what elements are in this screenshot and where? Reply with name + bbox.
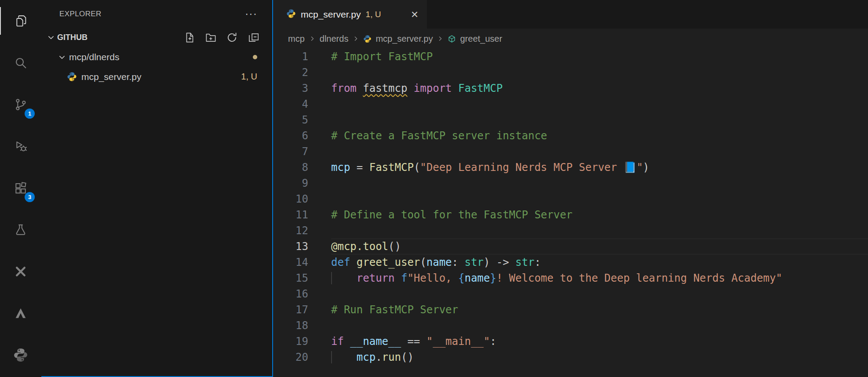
activity-bar: 1 3: [0, 0, 41, 377]
python-file-icon: [67, 72, 77, 82]
code-line[interactable]: 8mcp = FastMCP("Deep Learning Nerds MCP …: [273, 160, 868, 175]
code-line[interactable]: 6# Create a FastMCP server instance: [273, 128, 868, 144]
line-number: 7: [273, 144, 308, 160]
line-number: 17: [273, 302, 308, 318]
activity-run-debug[interactable]: [0, 125, 41, 167]
collapse-all-button[interactable]: [247, 32, 259, 44]
activity-extensions[interactable]: 3: [0, 167, 41, 209]
code-line[interactable]: 11# Define a tool for the FastMCP Server: [273, 207, 868, 223]
code-line[interactable]: 9: [273, 175, 868, 191]
source-control-icon: [14, 98, 28, 112]
tab-bar: mcp_server.py 1, U ×: [273, 0, 868, 29]
modified-dot-badge: [253, 55, 257, 59]
new-file-button[interactable]: [184, 32, 196, 44]
sidebar-header: EXPLORER ···: [41, 0, 272, 28]
file-label: mcp_server.py: [81, 72, 142, 82]
code-line[interactable]: 7: [273, 144, 868, 160]
close-icon[interactable]: ×: [411, 8, 418, 21]
code-line[interactable]: 10: [273, 191, 868, 207]
line-number: 6: [273, 128, 308, 144]
code-line[interactable]: 1# Import FastMCP: [273, 49, 868, 65]
activity-python[interactable]: [0, 334, 41, 376]
code-line[interactable]: 12: [273, 223, 868, 239]
line-number: 10: [273, 191, 308, 207]
line-number: 9: [273, 175, 308, 191]
extensions-icon: [14, 181, 28, 195]
breadcrumb-item-mcp[interactable]: mcp: [288, 34, 305, 44]
chevron-right-icon: [309, 35, 316, 42]
section-header-github[interactable]: GITHUB: [41, 28, 272, 47]
chevron-down-icon: [58, 53, 66, 62]
activity-testing[interactable]: [0, 209, 41, 250]
code-line[interactable]: 3from fastmcp import FastMCP: [273, 80, 868, 96]
explorer-sidebar: EXPLORER ··· GITHUB: [41, 0, 273, 377]
tab-problems-git-badge: 1, U: [366, 10, 381, 19]
problems-git-badge: 1, U: [241, 72, 257, 82]
line-number: 15: [273, 270, 308, 286]
chevron-down-icon: [47, 33, 55, 42]
breadcrumb-item-symbol[interactable]: greet_user: [460, 34, 502, 44]
line-number: 1: [273, 49, 308, 65]
line-number: 13: [273, 239, 308, 254]
run-debug-icon: [14, 139, 28, 153]
tree-item-folder[interactable]: mcp/dlnerds: [41, 47, 272, 67]
code-line[interactable]: 14def greet_user(name: str) -> str:: [273, 254, 868, 270]
tab-mcp-server[interactable]: mcp_server.py 1, U ×: [273, 0, 427, 29]
code-line[interactable]: 20 mcp.run(): [273, 349, 868, 365]
symbol-cube-icon: [448, 35, 456, 43]
activity-extension-x[interactable]: [0, 250, 41, 292]
section-actions: [184, 32, 272, 44]
breadcrumb-item-file[interactable]: mcp_server.py: [376, 34, 433, 44]
breadcrumb: mcp dlnerds mcp_server.py greet_user: [273, 29, 868, 49]
extensions-badge: 3: [25, 192, 35, 202]
source-control-badge: 1: [25, 109, 35, 119]
code-line[interactable]: 18: [273, 318, 868, 334]
code-editor[interactable]: 1# Import FastMCP23from fastmcp import F…: [273, 49, 868, 377]
section-label: GITHUB: [57, 33, 88, 42]
activity-extension-a[interactable]: [0, 292, 41, 334]
explorer-icon: [14, 14, 28, 28]
file-tree: mcp/dlnerds mcp_server.py 1, U: [41, 47, 272, 87]
indent-guide: [331, 351, 357, 363]
breadcrumb-item-dlnerds[interactable]: dlnerds: [320, 34, 349, 44]
code-line[interactable]: 13@mcp.tool(): [273, 239, 868, 254]
a-extension-icon: [14, 306, 28, 320]
line-number: 14: [273, 254, 308, 270]
beaker-icon: [14, 223, 28, 237]
tab-label: mcp_server.py: [301, 9, 361, 20]
more-actions-button[interactable]: ···: [243, 8, 259, 19]
code-line[interactable]: 4: [273, 96, 868, 112]
line-number: 12: [273, 223, 308, 239]
code-line[interactable]: 19if __name__ == "__main__":: [273, 334, 868, 349]
activity-source-control[interactable]: 1: [0, 83, 41, 125]
code-line[interactable]: 2: [273, 65, 868, 80]
python-file-icon: [363, 35, 372, 43]
editor-group: mcp_server.py 1, U × mcp dlnerds mcp_ser…: [273, 0, 868, 377]
x-extension-icon: [14, 265, 27, 278]
chevron-right-icon: [352, 35, 359, 42]
line-number: 19: [273, 334, 308, 349]
line-number: 5: [273, 112, 308, 128]
new-folder-button[interactable]: [205, 32, 217, 44]
indent-guide: [331, 272, 357, 284]
activity-explorer[interactable]: [0, 0, 41, 42]
line-number: 11: [273, 207, 308, 223]
line-number: 3: [273, 80, 308, 96]
refresh-button[interactable]: [226, 32, 238, 44]
line-number: 18: [273, 318, 308, 334]
line-number: 2: [273, 65, 308, 80]
chevron-right-icon: [437, 35, 444, 42]
line-number: 8: [273, 160, 308, 175]
code-line[interactable]: 15 return f"Hello, {name}! Welcome to th…: [273, 270, 868, 286]
tree-item-file[interactable]: mcp_server.py 1, U: [41, 67, 272, 87]
line-number: 16: [273, 286, 308, 302]
code-line[interactable]: 5: [273, 112, 868, 128]
code-line[interactable]: 16: [273, 286, 868, 302]
python-icon: [13, 348, 28, 362]
line-number: 4: [273, 96, 308, 112]
code-lines: 1# Import FastMCP23from fastmcp import F…: [273, 49, 868, 365]
sidebar-title: EXPLORER: [59, 10, 102, 18]
activity-search[interactable]: [0, 42, 41, 83]
code-line[interactable]: 17# Run FastMCP Server: [273, 302, 868, 318]
python-file-icon: [286, 9, 296, 20]
